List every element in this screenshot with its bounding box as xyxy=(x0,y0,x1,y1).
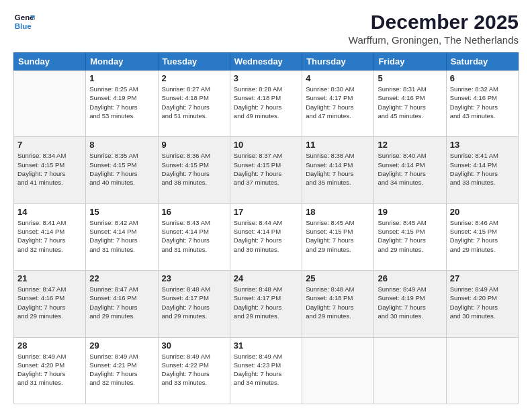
calendar-cell: 10Sunrise: 8:37 AM Sunset: 4:15 PM Dayli… xyxy=(230,137,302,203)
calendar-cell xyxy=(446,337,518,404)
day-info: Sunrise: 8:28 AM Sunset: 4:18 PM Dayligh… xyxy=(234,85,298,120)
calendar-cell: 3Sunrise: 8:28 AM Sunset: 4:18 PM Daylig… xyxy=(230,71,302,137)
day-info: Sunrise: 8:25 AM Sunset: 4:19 PM Dayligh… xyxy=(89,85,154,120)
header-friday: Friday xyxy=(374,53,446,71)
day-info: Sunrise: 8:44 AM Sunset: 4:14 PM Dayligh… xyxy=(234,218,298,254)
day-number: 22 xyxy=(89,273,154,283)
calendar-cell xyxy=(374,337,446,404)
header-sunday: Sunday xyxy=(14,53,86,71)
calendar-week-row: 7Sunrise: 8:34 AM Sunset: 4:15 PM Daylig… xyxy=(14,137,519,203)
day-number: 19 xyxy=(378,207,442,217)
day-number: 15 xyxy=(89,207,154,217)
day-number: 30 xyxy=(162,340,226,351)
calendar-cell xyxy=(14,71,86,137)
calendar-cell: 15Sunrise: 8:42 AM Sunset: 4:14 PM Dayli… xyxy=(86,203,158,270)
day-number: 28 xyxy=(17,340,82,351)
header-saturday: Saturday xyxy=(446,53,518,71)
page: General Blue December 2025 Warffum, Gron… xyxy=(0,0,532,411)
day-number: 12 xyxy=(378,140,442,150)
day-number: 7 xyxy=(17,140,82,150)
day-number: 18 xyxy=(306,207,370,217)
day-info: Sunrise: 8:30 AM Sunset: 4:17 PM Dayligh… xyxy=(306,85,370,120)
calendar-cell: 16Sunrise: 8:43 AM Sunset: 4:14 PM Dayli… xyxy=(158,203,230,270)
calendar-cell: 20Sunrise: 8:46 AM Sunset: 4:15 PM Dayli… xyxy=(446,203,518,270)
day-number: 24 xyxy=(234,273,298,283)
day-info: Sunrise: 8:46 AM Sunset: 4:15 PM Dayligh… xyxy=(450,218,515,254)
calendar-cell: 22Sunrise: 8:47 AM Sunset: 4:16 PM Dayli… xyxy=(86,271,158,337)
day-number: 31 xyxy=(234,340,298,351)
day-number: 11 xyxy=(306,140,370,150)
calendar-cell: 14Sunrise: 8:41 AM Sunset: 4:14 PM Dayli… xyxy=(14,203,86,270)
day-info: Sunrise: 8:27 AM Sunset: 4:18 PM Dayligh… xyxy=(162,85,226,120)
calendar-cell: 5Sunrise: 8:31 AM Sunset: 4:16 PM Daylig… xyxy=(374,71,446,137)
calendar-cell: 4Sunrise: 8:30 AM Sunset: 4:17 PM Daylig… xyxy=(302,71,374,137)
day-info: Sunrise: 8:43 AM Sunset: 4:14 PM Dayligh… xyxy=(162,218,226,254)
day-info: Sunrise: 8:48 AM Sunset: 4:18 PM Dayligh… xyxy=(306,285,370,320)
day-info: Sunrise: 8:31 AM Sunset: 4:16 PM Dayligh… xyxy=(378,85,442,120)
calendar-week-row: 21Sunrise: 8:47 AM Sunset: 4:16 PM Dayli… xyxy=(14,271,519,337)
day-info: Sunrise: 8:40 AM Sunset: 4:14 PM Dayligh… xyxy=(378,151,442,187)
header-tuesday: Tuesday xyxy=(158,53,230,71)
day-info: Sunrise: 8:49 AM Sunset: 4:19 PM Dayligh… xyxy=(378,285,442,320)
calendar-cell: 13Sunrise: 8:41 AM Sunset: 4:14 PM Dayli… xyxy=(446,137,518,203)
day-info: Sunrise: 8:42 AM Sunset: 4:14 PM Dayligh… xyxy=(89,218,154,254)
day-number: 8 xyxy=(89,140,154,150)
calendar-cell: 25Sunrise: 8:48 AM Sunset: 4:18 PM Dayli… xyxy=(302,271,374,337)
day-number: 27 xyxy=(450,273,515,283)
day-number: 23 xyxy=(162,273,226,283)
day-number: 17 xyxy=(234,207,298,217)
calendar-cell: 18Sunrise: 8:45 AM Sunset: 4:15 PM Dayli… xyxy=(302,203,374,270)
day-number: 1 xyxy=(89,73,154,83)
calendar-cell: 23Sunrise: 8:48 AM Sunset: 4:17 PM Dayli… xyxy=(158,271,230,337)
day-info: Sunrise: 8:47 AM Sunset: 4:16 PM Dayligh… xyxy=(17,285,82,320)
day-number: 21 xyxy=(17,273,82,283)
day-number: 20 xyxy=(450,207,515,217)
location-title: Warffum, Groningen, The Netherlands xyxy=(349,34,519,46)
title-block: December 2025 Warffum, Groningen, The Ne… xyxy=(349,11,519,46)
svg-text:Blue: Blue xyxy=(15,22,32,30)
day-number: 4 xyxy=(306,73,370,83)
calendar-cell: 2Sunrise: 8:27 AM Sunset: 4:18 PM Daylig… xyxy=(158,71,230,137)
logo: General Blue xyxy=(13,11,35,32)
header-thursday: Thursday xyxy=(302,53,374,71)
day-info: Sunrise: 8:35 AM Sunset: 4:15 PM Dayligh… xyxy=(89,151,154,187)
day-info: Sunrise: 8:49 AM Sunset: 4:20 PM Dayligh… xyxy=(450,285,515,320)
header: General Blue December 2025 Warffum, Gron… xyxy=(13,11,519,46)
calendar-cell: 12Sunrise: 8:40 AM Sunset: 4:14 PM Dayli… xyxy=(374,137,446,203)
day-number: 6 xyxy=(450,73,515,83)
calendar-cell: 8Sunrise: 8:35 AM Sunset: 4:15 PM Daylig… xyxy=(86,137,158,203)
header-wednesday: Wednesday xyxy=(230,53,302,71)
calendar-table: Sunday Monday Tuesday Wednesday Thursday… xyxy=(13,52,519,404)
day-number: 16 xyxy=(162,207,226,217)
weekday-header-row: Sunday Monday Tuesday Wednesday Thursday… xyxy=(14,53,519,71)
day-info: Sunrise: 8:38 AM Sunset: 4:14 PM Dayligh… xyxy=(306,151,370,187)
calendar-week-row: 1Sunrise: 8:25 AM Sunset: 4:19 PM Daylig… xyxy=(14,71,519,137)
logo-icon: General Blue xyxy=(13,11,35,32)
day-info: Sunrise: 8:41 AM Sunset: 4:14 PM Dayligh… xyxy=(17,218,82,254)
day-number: 2 xyxy=(162,73,226,83)
calendar-cell xyxy=(302,337,374,404)
day-number: 14 xyxy=(17,207,82,217)
day-info: Sunrise: 8:34 AM Sunset: 4:15 PM Dayligh… xyxy=(17,151,82,187)
day-info: Sunrise: 8:48 AM Sunset: 4:17 PM Dayligh… xyxy=(234,285,298,320)
calendar-cell: 1Sunrise: 8:25 AM Sunset: 4:19 PM Daylig… xyxy=(86,71,158,137)
day-number: 3 xyxy=(234,73,298,83)
calendar-cell: 24Sunrise: 8:48 AM Sunset: 4:17 PM Dayli… xyxy=(230,271,302,337)
day-number: 25 xyxy=(306,273,370,283)
day-number: 5 xyxy=(378,73,442,83)
day-info: Sunrise: 8:45 AM Sunset: 4:15 PM Dayligh… xyxy=(306,218,370,254)
calendar-cell: 11Sunrise: 8:38 AM Sunset: 4:14 PM Dayli… xyxy=(302,137,374,203)
day-info: Sunrise: 8:45 AM Sunset: 4:15 PM Dayligh… xyxy=(378,218,442,254)
day-info: Sunrise: 8:49 AM Sunset: 4:23 PM Dayligh… xyxy=(234,352,298,387)
header-monday: Monday xyxy=(86,53,158,71)
day-info: Sunrise: 8:37 AM Sunset: 4:15 PM Dayligh… xyxy=(234,151,298,187)
day-info: Sunrise: 8:49 AM Sunset: 4:21 PM Dayligh… xyxy=(89,352,154,387)
month-title: December 2025 xyxy=(349,11,519,33)
day-number: 9 xyxy=(162,140,226,150)
day-number: 10 xyxy=(234,140,298,150)
calendar-cell: 6Sunrise: 8:32 AM Sunset: 4:16 PM Daylig… xyxy=(446,71,518,137)
day-number: 13 xyxy=(450,140,515,150)
day-info: Sunrise: 8:49 AM Sunset: 4:20 PM Dayligh… xyxy=(17,352,82,387)
calendar-cell: 29Sunrise: 8:49 AM Sunset: 4:21 PM Dayli… xyxy=(86,337,158,404)
calendar-cell: 7Sunrise: 8:34 AM Sunset: 4:15 PM Daylig… xyxy=(14,137,86,203)
